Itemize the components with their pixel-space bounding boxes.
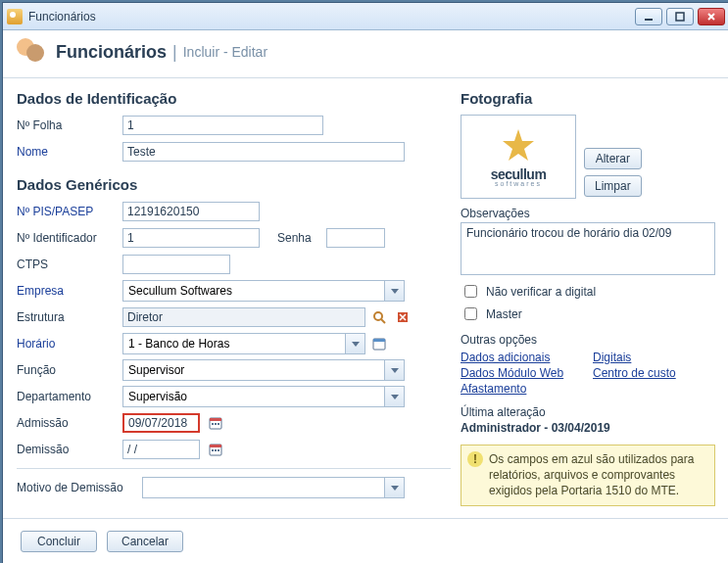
concluir-button[interactable]: Concluir [21,531,97,552]
ctps-input[interactable] [122,255,230,274]
master-checkbox[interactable]: Master [461,305,715,323]
window: Funcionários Funcionários | Incluir - Ed… [2,2,728,563]
employees-icon [15,36,46,68]
logo-icon [499,127,538,166]
admissao-calendar-button[interactable] [206,413,225,433]
gen-section-title: Dados Genéricos [17,176,451,193]
senha-input[interactable] [326,228,385,248]
svg-point-2 [374,312,382,320]
nome-label: Nome [17,145,122,159]
svg-rect-12 [210,445,221,447]
svg-rect-14 [215,449,217,451]
chevron-down-icon [384,360,404,380]
ident-section-title: Dados de Identificação [17,90,451,107]
foto-section-title: Fotografia [461,90,715,107]
photo-preview: secullum softwares [461,115,576,199]
chevron-down-icon [384,478,404,497]
info-icon: ! [467,451,483,467]
funcao-combo[interactable]: Supervisor [122,359,405,381]
svg-rect-7 [210,418,221,421]
estrutura-clear-button[interactable] [393,307,413,327]
empresa-label: Empresa [17,284,122,298]
admissao-input[interactable]: 09/07/2018 [122,413,200,433]
idf-input[interactable] [122,228,260,248]
funcao-label: Função [17,363,122,377]
horario-label: Horário [17,337,122,351]
demissao-calendar-button[interactable] [206,440,225,459]
estrutura-label: Estrutura [17,310,122,324]
pis-label: Nº PIS/PASEP [17,205,122,218]
svg-rect-9 [215,423,217,425]
opts-section-title: Outras opções [461,333,715,347]
link-centro-custo[interactable]: Centro de custo [593,366,715,380]
nfolha-label: Nº Folha [17,118,122,132]
motivo-combo[interactable] [142,477,405,498]
titlebar: Funcionários [3,3,728,30]
link-digitais[interactable]: Digitais [593,351,715,364]
nome-input[interactable] [122,142,405,162]
svg-rect-15 [218,449,219,451]
ctps-label: CTPS [17,258,122,271]
motivo-label: Motivo de Demissão [17,481,142,494]
logo-subtext: softwares [495,180,542,187]
senha-label: Senha [277,231,326,245]
pis-input[interactable] [122,202,260,221]
estrutura-input[interactable] [122,307,365,327]
idf-label: Nº Identificador [17,231,122,245]
svg-rect-8 [212,423,214,425]
window-title: Funcionários [28,10,635,23]
svg-rect-13 [212,449,214,451]
limpar-button[interactable]: Limpar [584,175,642,197]
link-dados-web[interactable]: Dados Módulo Web [461,366,583,380]
obs-textarea[interactable] [461,222,715,275]
estrutura-lookup-button[interactable] [369,307,389,327]
page-subtitle: Incluir - Editar [183,44,267,60]
demissao-label: Demissão [17,443,122,456]
hint-box: ! Os campos em azul são utilizados para … [461,445,715,506]
app-icon [7,9,23,24]
minimize-button[interactable] [635,8,662,25]
demissao-input[interactable]: / / [122,440,200,459]
horario-details-button[interactable] [369,334,389,353]
chevron-down-icon [384,387,404,406]
empresa-combo[interactable]: Secullum Softwares [122,280,405,302]
maximize-button[interactable] [666,8,694,25]
cancelar-button[interactable]: Cancelar [107,531,183,552]
svg-rect-5 [373,339,385,342]
lastmod-label: Última alteração [461,405,715,419]
svg-rect-1 [676,13,684,21]
nfolha-input[interactable] [122,116,323,135]
link-afastamento[interactable]: Afastamento [461,382,583,396]
svg-marker-16 [503,129,534,161]
depto-combo[interactable]: Supervisão [122,386,405,407]
close-button[interactable] [698,8,725,25]
alterar-button[interactable]: Alterar [584,148,642,169]
chevron-down-icon [345,334,364,353]
nao-digital-checkbox[interactable]: Não verificar a digital [461,282,715,301]
horario-combo[interactable]: 1 - Banco de Horas [122,333,365,354]
lastmod-value: Administrador - 03/04/2019 [461,421,715,435]
chevron-down-icon [384,281,404,301]
page-title: Funcionários [56,42,167,63]
page-header: Funcionários | Incluir - Editar [3,30,728,78]
svg-rect-10 [218,423,219,425]
obs-section-title: Observações [461,207,715,220]
footer: Concluir Cancelar [3,518,728,563]
admissao-label: Admissão [17,416,122,430]
depto-label: Departamento [17,390,122,403]
svg-rect-0 [645,19,653,21]
link-dados-adicionais[interactable]: Dados adicionais [461,351,583,364]
